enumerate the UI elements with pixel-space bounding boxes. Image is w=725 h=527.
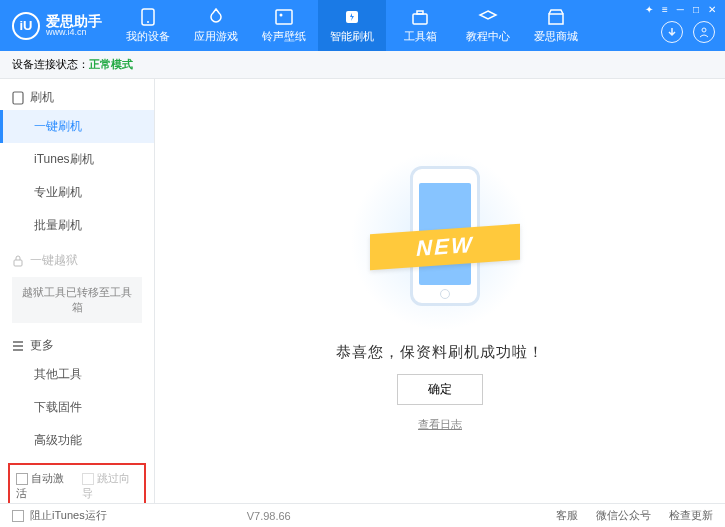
svg-rect-7 xyxy=(549,14,563,24)
sidebar: 刷机 一键刷机 iTunes刷机 专业刷机 批量刷机 一键越狱 越狱工具已转移至… xyxy=(0,79,155,503)
view-log-link[interactable]: 查看日志 xyxy=(418,417,462,432)
phone-icon xyxy=(138,8,158,26)
app-title: 爱思助手 xyxy=(46,14,102,28)
sidebar-item-oneclick-flash[interactable]: 一键刷机 xyxy=(0,110,154,143)
tab-smart-flash[interactable]: 智能刷机 xyxy=(318,0,386,51)
footer: 阻止iTunes运行 V7.98.66 客服 微信公众号 检查更新 xyxy=(0,503,725,527)
svg-rect-9 xyxy=(13,92,23,104)
tab-ringtone-wallpaper[interactable]: 铃声壁纸 xyxy=(250,0,318,51)
logo-area: iU 爱思助手 www.i4.cn xyxy=(0,12,114,40)
app-url: www.i4.cn xyxy=(46,28,102,37)
settings-icon[interactable]: ✦ xyxy=(642,4,656,15)
sidebar-group-jailbreak: 一键越狱 xyxy=(0,242,154,273)
sidebar-jailbreak-note[interactable]: 越狱工具已转移至工具箱 xyxy=(12,277,142,323)
maximize-icon[interactable]: □ xyxy=(690,4,702,15)
status-bar: 设备连接状态： 正常模式 xyxy=(0,51,725,79)
tab-tutorials[interactable]: 教程中心 xyxy=(454,0,522,51)
sidebar-item-itunes-flash[interactable]: iTunes刷机 xyxy=(0,143,154,176)
graduation-icon xyxy=(478,8,498,26)
svg-point-3 xyxy=(280,13,283,16)
checkbox-auto-activate[interactable]: 自动激活 xyxy=(16,471,72,501)
logo-icon: iU xyxy=(12,12,40,40)
nav-tabs: 我的设备 应用游戏 铃声壁纸 智能刷机 工具箱 教程中心 爱思商城 xyxy=(114,0,590,51)
main-content: NEW 恭喜您，保资料刷机成功啦！ 确定 查看日志 xyxy=(155,79,725,503)
sidebar-item-batch-flash[interactable]: 批量刷机 xyxy=(0,209,154,242)
footer-link-update[interactable]: 检查更新 xyxy=(669,508,713,523)
success-message: 恭喜您，保资料刷机成功啦！ xyxy=(336,343,544,362)
svg-rect-6 xyxy=(417,11,423,14)
flash-icon xyxy=(342,8,362,26)
tab-toolbox[interactable]: 工具箱 xyxy=(386,0,454,51)
svg-rect-10 xyxy=(14,260,22,266)
download-icon[interactable] xyxy=(661,21,683,43)
svg-point-1 xyxy=(147,21,149,23)
footer-link-support[interactable]: 客服 xyxy=(556,508,578,523)
close-icon[interactable]: ✕ xyxy=(705,4,719,15)
ok-button[interactable]: 确定 xyxy=(397,374,483,405)
user-icon[interactable] xyxy=(693,21,715,43)
checkbox-skip-guide[interactable]: 跳过向导 xyxy=(82,471,138,501)
svg-rect-2 xyxy=(276,10,292,24)
tab-store[interactable]: 爱思商城 xyxy=(522,0,590,51)
tab-my-device[interactable]: 我的设备 xyxy=(114,0,182,51)
user-icons xyxy=(661,21,715,43)
image-icon xyxy=(274,8,294,26)
footer-link-wechat[interactable]: 微信公众号 xyxy=(596,508,651,523)
apps-icon xyxy=(206,8,226,26)
list-icon xyxy=(12,341,24,351)
sidebar-item-pro-flash[interactable]: 专业刷机 xyxy=(0,176,154,209)
svg-rect-5 xyxy=(413,14,427,24)
status-label: 设备连接状态： xyxy=(12,57,89,72)
version-label: V7.98.66 xyxy=(247,510,291,522)
minimize-icon[interactable]: ─ xyxy=(674,4,687,15)
status-mode: 正常模式 xyxy=(89,57,133,72)
menu-icon[interactable]: ≡ xyxy=(659,4,671,15)
checkbox-block-itunes[interactable]: 阻止iTunes运行 xyxy=(12,508,107,523)
toolbox-icon xyxy=(410,8,430,26)
sidebar-item-advanced[interactable]: 高级功能 xyxy=(0,424,154,457)
store-icon xyxy=(546,8,566,26)
lock-icon xyxy=(12,255,24,267)
sidebar-item-other-tools[interactable]: 其他工具 xyxy=(0,358,154,391)
svg-point-8 xyxy=(702,28,706,32)
success-illustration: NEW xyxy=(350,151,530,331)
tab-apps-games[interactable]: 应用游戏 xyxy=(182,0,250,51)
window-controls: ✦ ≡ ─ □ ✕ xyxy=(642,4,719,15)
options-highlight: 自动激活 跳过向导 xyxy=(8,463,146,503)
sidebar-group-flash[interactable]: 刷机 xyxy=(0,79,154,110)
app-header: iU 爱思助手 www.i4.cn 我的设备 应用游戏 铃声壁纸 智能刷机 工具… xyxy=(0,0,725,51)
phone-small-icon xyxy=(12,91,24,105)
sidebar-item-download-firmware[interactable]: 下载固件 xyxy=(0,391,154,424)
sidebar-group-more[interactable]: 更多 xyxy=(0,327,154,358)
